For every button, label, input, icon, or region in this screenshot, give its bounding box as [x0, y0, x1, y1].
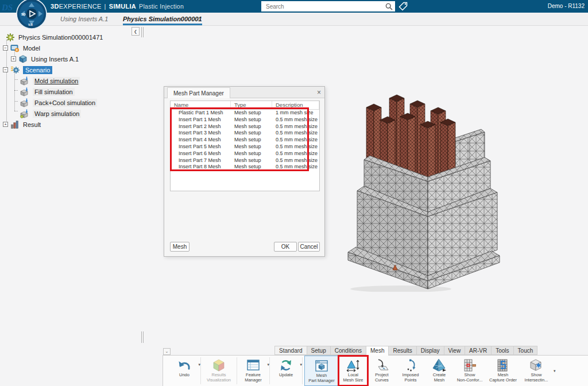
ribbon-tab-view[interactable]: View	[444, 346, 465, 355]
project-curves-button[interactable]: Project Curves	[368, 356, 396, 386]
tree-node-pack-cool-simulation[interactable]: Pack+Cool simulation	[0, 97, 138, 108]
feature-manager-button[interactable]: Feature Manager ▾	[239, 356, 268, 386]
simulation-icon	[20, 87, 29, 96]
ribbon-tab-tools[interactable]: Tools	[491, 346, 513, 355]
expand-expander-icon[interactable]: +	[11, 56, 16, 61]
close-icon[interactable]: ×	[317, 88, 321, 97]
list-header[interactable]: Name Type Description	[171, 101, 319, 110]
3dexperience-compass-icon[interactable]: 3D V.R	[16, 0, 47, 29]
mesh-part-manager-button[interactable]: Mesh Part Manager	[304, 356, 339, 386]
tool-label: Intersectin...	[525, 378, 548, 383]
ribbon-tab-conditions[interactable]: Conditions	[330, 346, 366, 355]
dialog-header[interactable]: Mesh Part Manager ×	[164, 87, 324, 98]
panel-collapse-button[interactable]: ❮	[131, 27, 140, 36]
cell-description: 0.5 mm mesh size	[272, 117, 319, 123]
tree-node-root[interactable]: Physics Simulation000001471	[0, 32, 138, 43]
search-input[interactable]	[266, 3, 385, 10]
create-mesh-button[interactable]: Create Mesh	[425, 356, 454, 386]
ribbon-tab-standard[interactable]: Standard	[274, 346, 307, 355]
undo-button[interactable]: Undo ▾	[170, 356, 199, 386]
add-tab-button[interactable]: +	[196, 13, 201, 25]
tool-label: Manager	[245, 378, 262, 383]
scenario-gear-icon	[10, 65, 20, 75]
ribbon-tab-results[interactable]: Results	[388, 346, 416, 355]
tree-node-warp-simulation[interactable]: Warp simulation	[0, 108, 138, 119]
table-row[interactable]: Insert Part 5 MeshMesh setup0.5 mm mesh …	[171, 144, 319, 150]
results-visualization-button[interactable]: Results Visualization	[203, 356, 235, 386]
splitter-grip[interactable]	[141, 27, 142, 37]
update-button[interactable]: Update ▾	[272, 356, 300, 386]
table-row[interactable]: Insert Part 8 MeshMesh setup0.5 mm mesh …	[171, 164, 319, 171]
splitter-grip[interactable]	[143, 331, 144, 343]
tree-node-mold-simulation[interactable]: Mold simulation	[0, 75, 138, 86]
tree-scenario-label: Scenario	[23, 66, 52, 74]
table-row[interactable]: Insert Part 3 MeshMesh setup0.5 mm mesh …	[171, 130, 319, 137]
doc-tab-physics-simulation[interactable]: Physics Simulation000001	[123, 13, 202, 25]
tree-node-fill-simulation[interactable]: Fill simulation	[0, 86, 138, 97]
tree-node-result[interactable]: + Result	[0, 119, 138, 130]
local-mesh-size-icon	[346, 358, 361, 373]
toolbar-overflow-button[interactable]: ⌄	[163, 348, 171, 355]
mesh-button[interactable]: Mesh	[170, 242, 189, 252]
show-intersecting-button[interactable]: Show Intersectin...	[520, 356, 552, 386]
toolbar-separator	[200, 357, 201, 384]
dropdown-caret-icon[interactable]: ▾	[267, 362, 269, 367]
session-label[interactable]: Demo - R1132	[548, 0, 585, 13]
table-row[interactable]: Insert Part 7 MeshMesh setup0.5 mm mesh …	[171, 157, 319, 164]
model-icon	[10, 44, 20, 53]
column-header-type[interactable]: Type	[231, 101, 272, 109]
cell-name: Insert Part 2 Mesh	[171, 123, 231, 130]
expand-expander-icon[interactable]: +	[3, 122, 8, 127]
brand-product: SIMULIA	[109, 3, 136, 10]
ribbon-tab-ar-vr[interactable]: AR-VR	[465, 346, 491, 355]
imposed-points-button[interactable]: Imposed Points	[396, 356, 425, 386]
tree-node-model[interactable]: − Model	[0, 43, 138, 53]
mesh-capture-order-button[interactable]: Mesh Capture Order	[486, 356, 520, 386]
ribbon-tab-mesh[interactable]: Mesh	[366, 346, 388, 356]
collapse-expander-icon[interactable]: −	[3, 67, 8, 72]
3d-mesh-model-viewport[interactable]	[343, 91, 510, 292]
dropdown-caret-icon[interactable]: ▾	[554, 369, 556, 373]
collapse-expander-icon[interactable]: −	[3, 45, 8, 51]
splitter-grip[interactable]	[143, 27, 144, 37]
cell-description: 0.5 mm mesh size	[272, 144, 319, 150]
tag-icon[interactable]	[398, 1, 408, 11]
search-icon[interactable]	[385, 3, 393, 10]
tree-node-using-inserts[interactable]: + Using Inserts A.1	[0, 53, 138, 64]
ok-button[interactable]: OK	[274, 242, 297, 252]
tree-node-scenario[interactable]: − Scenario	[0, 64, 138, 75]
table-row[interactable]: Insert Part 2 MeshMesh setup0.5 mm mesh …	[171, 123, 319, 130]
cell-name: Insert Part 1 Mesh	[171, 117, 231, 123]
search-box[interactable]	[261, 1, 395, 11]
dropdown-caret-icon[interactable]: ▾	[198, 362, 200, 367]
column-header-description[interactable]: Description	[272, 101, 319, 109]
show-non-conforming-button[interactable]: Show Non-Confor...	[454, 356, 486, 386]
mesh-capture-order-icon	[496, 358, 510, 373]
cell-type: Mesh setup	[231, 137, 272, 144]
table-row[interactable]: Insert Part 1 MeshMesh setup0.5 mm mesh …	[171, 117, 319, 123]
table-row[interactable]: Insert Part 6 MeshMesh setup0.5 mm mesh …	[171, 150, 319, 157]
column-header-name[interactable]: Name	[171, 101, 231, 109]
tool-label: Part Manager	[308, 379, 334, 384]
cell-description: 0.5 mm mesh size	[272, 123, 319, 130]
tool-label: Mesh	[434, 378, 444, 383]
ribbon-tab-display[interactable]: Display	[416, 346, 444, 355]
ribbon-tab-touch[interactable]: Touch	[513, 346, 538, 355]
dropdown-caret-icon[interactable]: ▾	[300, 362, 302, 367]
splitter-grip[interactable]	[141, 331, 142, 343]
table-row[interactable]: Insert Part 4 MeshMesh setup0.5 mm mesh …	[171, 137, 319, 144]
show-intersecting-icon	[529, 358, 544, 373]
local-mesh-size-button[interactable]: Local Mesh Size	[339, 356, 368, 386]
cell-description: 0.5 mm mesh size	[272, 130, 319, 137]
doc-tab-using-inserts[interactable]: Using Inserts A.1	[60, 13, 108, 25]
mesh-toolbar: Undo ▾ Results Visualization	[163, 355, 588, 386]
svg-text:V.R: V.R	[28, 23, 33, 26]
cell-name: Insert Part 3 Mesh	[171, 130, 231, 137]
results-visualization-icon	[211, 358, 226, 373]
ribbon-tab-setup[interactable]: Setup	[307, 346, 330, 355]
part-cube-icon	[18, 55, 28, 64]
table-row[interactable]: Plastic Part 1 MeshMesh setup1 mm mesh s…	[171, 110, 319, 117]
tool-label: Visualization	[207, 378, 231, 383]
update-icon	[278, 358, 293, 373]
cancel-button[interactable]: Cancel	[298, 242, 320, 252]
